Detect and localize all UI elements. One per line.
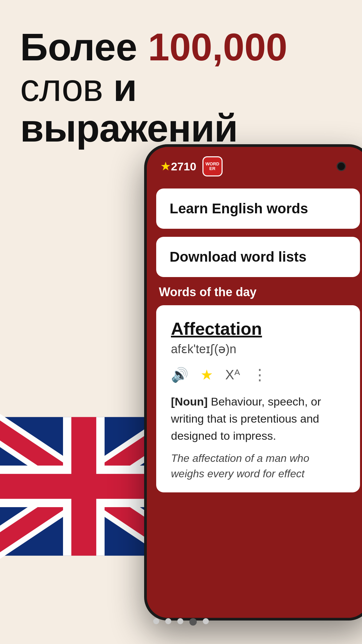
noun-tag: [Noun] <box>171 395 208 408</box>
dot-5[interactable] <box>203 618 209 624</box>
word-phonetic: afɛk'teɪʃ(ə)n <box>171 342 345 356</box>
headline-line2: слов и выражений <box>20 67 342 149</box>
word-definition: [Noun] Behaviour, speech, or writing tha… <box>171 393 345 444</box>
star-count: 2710 <box>171 160 196 173</box>
headline-prefix: Более <box>20 25 148 68</box>
favorite-icon[interactable]: ★ <box>200 367 213 383</box>
logo-line1: WORD <box>205 162 219 166</box>
speaker-icon[interactable]: 🔊 <box>171 367 188 383</box>
more-icon[interactable]: ⋮ <box>252 366 267 384</box>
headline-accent: 100,000 <box>148 25 287 68</box>
headline-normal: слов <box>20 66 113 109</box>
camera-dot <box>337 162 346 171</box>
phone-inner: ★ 2710 WORD ER Learn English words <box>147 147 362 618</box>
word-of-day-card: Affectation afɛk'teɪʃ(ə)n 🔊 ★ Xᴬ ⋮ [Noun… <box>156 305 360 492</box>
headline-line1: Более 100,000 <box>20 27 342 67</box>
download-word-lists-label: Download word lists <box>170 249 306 265</box>
app-logo: WORD ER <box>202 156 223 176</box>
learn-english-label: Learn English words <box>170 201 308 216</box>
download-word-lists-card[interactable]: Download word lists <box>156 237 360 277</box>
word-actions: 🔊 ★ Xᴬ ⋮ <box>171 366 345 384</box>
word-title: Affectation <box>171 319 345 339</box>
page-dots <box>153 618 209 626</box>
phone-content: Learn English words Download word lists … <box>147 182 362 618</box>
dot-1[interactable] <box>153 618 159 624</box>
section-label: Words of the day <box>159 285 360 299</box>
dot-3[interactable] <box>177 618 183 624</box>
headline-section: Более 100,000 слов и выражений <box>20 27 342 148</box>
star-icon: ★ <box>160 159 171 173</box>
phone-mockup: ★ 2710 WORD ER Learn English words <box>144 144 362 621</box>
logo-line2: ER <box>205 166 219 171</box>
learn-english-card[interactable]: Learn English words <box>156 189 360 229</box>
phone-body: ★ 2710 WORD ER Learn English words <box>144 144 362 621</box>
status-bar: ★ 2710 WORD ER <box>147 147 362 182</box>
dot-2[interactable] <box>165 618 171 624</box>
translate-icon[interactable]: Xᴬ <box>225 367 240 382</box>
dot-4-active[interactable] <box>189 618 197 626</box>
word-example: The affectation of a man who weighs ever… <box>171 450 345 482</box>
